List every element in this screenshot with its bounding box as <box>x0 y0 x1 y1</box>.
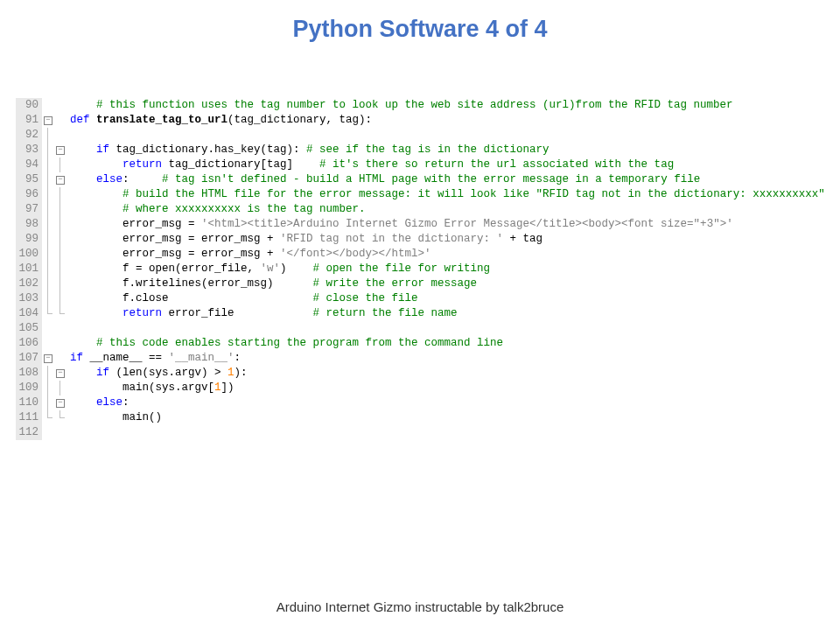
fold-gutter-primary <box>42 336 54 351</box>
code-text <box>66 425 70 440</box>
line-number: 96 <box>16 187 42 202</box>
fold-gutter-primary <box>42 143 54 158</box>
code-text: return tag_dictionary[tag] # it's there … <box>66 158 674 172</box>
line-number: 100 <box>16 247 42 262</box>
line-number: 104 <box>16 306 42 321</box>
fold-gutter-primary <box>42 232 54 247</box>
line-number: 103 <box>16 291 42 306</box>
code-line: 110 else: <box>16 396 831 410</box>
code-text: def translate_tag_to_url(tag_dictionary,… <box>66 113 372 128</box>
code-line: 112 <box>16 425 831 440</box>
code-line: 96 # build the HTML file for the error m… <box>16 187 831 202</box>
line-number: 92 <box>16 128 42 143</box>
code-text <box>66 128 70 143</box>
fold-gutter-primary <box>42 321 54 336</box>
line-number: 98 <box>16 217 42 232</box>
fold-gutter-secondary <box>54 113 66 128</box>
line-number: 94 <box>16 158 42 172</box>
code-line: 95 else: # tag isn't defined - build a H… <box>16 172 831 187</box>
code-text: else: <box>66 396 130 410</box>
code-line: 111 main() <box>16 410 831 425</box>
code-line: 90 # this function uses the tag number t… <box>16 98 831 113</box>
code-text: f = open(error_file, 'w') # open the fil… <box>66 262 490 276</box>
line-number: 91 <box>16 113 42 128</box>
fold-gutter-primary <box>42 306 54 321</box>
fold-gutter-primary <box>42 202 54 217</box>
code-line: 99 error_msg = error_msg + 'RFID tag not… <box>16 232 831 247</box>
code-line: 109 main(sys.argv[1]) <box>16 381 831 396</box>
line-number: 108 <box>16 366 42 381</box>
line-number: 105 <box>16 321 42 336</box>
line-number: 106 <box>16 336 42 351</box>
fold-gutter-primary <box>42 187 54 202</box>
fold-gutter-secondary <box>54 187 66 202</box>
fold-gutter-secondary <box>54 98 66 113</box>
fold-gutter-primary <box>42 217 54 232</box>
fold-gutter-primary <box>42 396 54 410</box>
code-text: else: # tag isn't defined - build a HTML… <box>66 172 700 187</box>
fold-gutter-primary <box>42 381 54 396</box>
line-number: 102 <box>16 276 42 291</box>
fold-gutter-primary <box>42 366 54 381</box>
line-number: 90 <box>16 98 42 113</box>
code-line: 92 <box>16 128 831 143</box>
code-text <box>66 321 70 336</box>
code-line: 93 if tag_dictionary.has_key(tag): # see… <box>16 143 831 158</box>
code-text: if __name__ == '__main__': <box>66 351 241 366</box>
fold-gutter-secondary <box>54 262 66 276</box>
fold-gutter-primary[interactable] <box>42 113 54 128</box>
code-editor: 90 # this function uses the tag number t… <box>16 98 831 440</box>
fold-gutter-secondary <box>54 351 66 366</box>
fold-gutter-secondary <box>54 247 66 262</box>
fold-gutter-primary <box>42 247 54 262</box>
line-number: 95 <box>16 172 42 187</box>
code-line: 108 if (len(sys.argv) > 1): <box>16 366 831 381</box>
code-line: 106 # this code enables starting the pro… <box>16 336 831 351</box>
line-number: 110 <box>16 396 42 410</box>
code-text: if (len(sys.argv) > 1): <box>66 366 248 381</box>
code-text: if tag_dictionary.has_key(tag): # see if… <box>66 143 550 158</box>
fold-gutter-primary <box>42 276 54 291</box>
fold-gutter-primary <box>42 128 54 143</box>
fold-gutter-secondary <box>54 202 66 217</box>
fold-gutter-secondary <box>54 410 66 425</box>
fold-gutter-primary <box>42 158 54 172</box>
code-line: 94 return tag_dictionary[tag] # it's the… <box>16 158 831 172</box>
fold-gutter-secondary <box>54 291 66 306</box>
fold-gutter-secondary[interactable] <box>54 396 66 410</box>
code-text: # this code enables starting the program… <box>66 336 503 351</box>
code-line: 101 f = open(error_file, 'w') # open the… <box>16 262 831 276</box>
code-text: # this function uses the tag number to l… <box>66 98 733 113</box>
line-number: 112 <box>16 425 42 440</box>
line-number: 109 <box>16 381 42 396</box>
fold-gutter-secondary[interactable] <box>54 143 66 158</box>
code-line: 104 return error_file # return the file … <box>16 306 831 321</box>
line-number: 97 <box>16 202 42 217</box>
fold-gutter-secondary <box>54 425 66 440</box>
code-line: 100 error_msg = error_msg + '</font></bo… <box>16 247 831 262</box>
code-text: error_msg = '<html><title>Arduino Intern… <box>66 217 733 232</box>
fold-gutter-primary <box>42 98 54 113</box>
fold-gutter-primary[interactable] <box>42 351 54 366</box>
fold-gutter-primary <box>42 172 54 187</box>
code-line: 98 error_msg = '<html><title>Arduino Int… <box>16 217 831 232</box>
code-text: error_msg = error_msg + 'RFID tag not in… <box>66 232 542 247</box>
code-text: error_msg = error_msg + '</font></body><… <box>66 247 431 262</box>
line-number: 111 <box>16 410 42 425</box>
code-line: 102 f.writelines(error_msg) # write the … <box>16 276 831 291</box>
code-text: main() <box>66 410 162 425</box>
fold-gutter-secondary[interactable] <box>54 366 66 381</box>
fold-gutter-secondary <box>54 158 66 172</box>
code-line: 105 <box>16 321 831 336</box>
code-line: 97 # where xxxxxxxxxx is the tag number. <box>16 202 831 217</box>
line-number: 93 <box>16 143 42 158</box>
code-text: # where xxxxxxxxxx is the tag number. <box>66 202 366 217</box>
line-number: 107 <box>16 351 42 366</box>
fold-gutter-secondary <box>54 232 66 247</box>
fold-gutter-secondary <box>54 336 66 351</box>
fold-gutter-primary <box>42 262 54 276</box>
fold-gutter-secondary <box>54 381 66 396</box>
fold-gutter-secondary[interactable] <box>54 172 66 187</box>
code-line: 91def translate_tag_to_url(tag_dictionar… <box>16 113 831 128</box>
code-line: 107if __name__ == '__main__': <box>16 351 831 366</box>
